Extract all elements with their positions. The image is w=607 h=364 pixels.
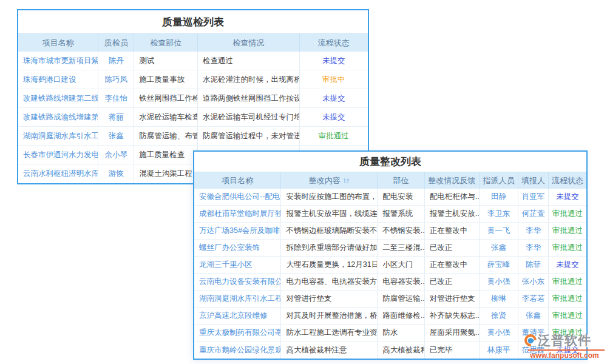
- table-row: 改建铁路线增建第二线...李佳怡铁丝网围挡工作检查道路两侧铁丝网围挡工作按设计.…: [18, 89, 368, 108]
- project-link[interactable]: 安徽合肥供电公司--配电设备...: [194, 189, 281, 205]
- project-link[interactable]: 螺丝厂办公室装饰: [194, 240, 281, 256]
- content-cell: 大理石质量更换，12月31日之...: [281, 257, 378, 273]
- part-cell: 小区大门: [378, 257, 425, 273]
- table-title: 质量巡检列表: [18, 10, 368, 33]
- inspector-link[interactable]: 余小琴: [98, 146, 134, 164]
- status-badge: 未提交: [300, 108, 368, 126]
- content-cell: 拆除到承重墙部分请做好加固...: [281, 240, 378, 256]
- part-cell: 电容器安装...: [378, 274, 425, 290]
- assignee-link[interactable]: 李卫东: [480, 206, 519, 222]
- reporter-link[interactable]: 何芷萱: [518, 206, 549, 222]
- inspector-link[interactable]: 游恢: [98, 164, 134, 183]
- table-row: 京沪高速北京段维修对其及时开展整治措施，桥头...路面维修检...补齐缺失标志.…: [194, 308, 586, 325]
- column-header-status: 流程状态: [549, 172, 586, 189]
- assignee-link[interactable]: 薛宝峰: [480, 257, 519, 273]
- inspector-link[interactable]: 蒋丽: [98, 108, 134, 126]
- part-cell: 防腐管运输...: [378, 291, 425, 307]
- table-row: 湖南洞庭湖水库引水工...张鑫防腐管运输、布管防腐管运输过程中，未对管进行...…: [18, 127, 368, 146]
- assignee-link[interactable]: 田静: [480, 189, 519, 205]
- column-header-status: 流程状态: [300, 34, 368, 52]
- feedback-cell: 已改正: [425, 274, 480, 290]
- project-link[interactable]: 改建铁路成渝线增建第...: [18, 108, 98, 126]
- table-title: 质量整改列表: [194, 152, 586, 172]
- project-link[interactable]: 重庆太极制药有限公司亳州中...: [194, 325, 281, 341]
- situation-cell: 防腐管运输过程中，未对管进行...: [198, 127, 300, 145]
- part-cell: 施工质量事故: [134, 70, 198, 89]
- column-header-content: 整改内容: [281, 172, 378, 189]
- part-cell: 铁丝网围挡工作检查: [134, 89, 198, 107]
- project-link[interactable]: 万达广场35#会所及咖啡厅空...: [194, 223, 281, 239]
- column-header-label: 质检员: [104, 38, 128, 49]
- project-link[interactable]: 珠海鹤港口建设: [18, 70, 98, 89]
- assignee-link[interactable]: 张鑫: [480, 240, 519, 256]
- status-badge: 审批通过: [549, 274, 586, 290]
- status-badge: 未提交: [300, 89, 368, 107]
- assignee-link[interactable]: 林康平: [480, 342, 519, 359]
- assignee-link[interactable]: 黄小强: [480, 274, 519, 290]
- inspector-link[interactable]: 陈丹: [98, 52, 134, 70]
- watermark-brand: 泛普软件: [538, 332, 591, 349]
- part-cell: 不锈钢安装...: [378, 223, 425, 239]
- sort-icon[interactable]: [343, 177, 350, 184]
- feedback-cell: 屋面采用聚氨...: [425, 325, 480, 341]
- assignee-link[interactable]: 柳琳: [480, 291, 519, 307]
- reporter-link[interactable]: 张鑫: [518, 308, 549, 324]
- status-badge: 审批通过: [549, 223, 586, 239]
- assignee-link[interactable]: 黄一飞: [480, 223, 519, 239]
- reporter-link[interactable]: 李若若: [518, 291, 549, 307]
- feedback-cell: 配电柜柜体与...: [425, 189, 480, 205]
- inspector-link[interactable]: 李佳怡: [98, 89, 134, 107]
- table-header-row: 项目名称整改内容部位整改情况反馈指派人员填报人流程状态: [194, 172, 586, 189]
- status-badge: 审批通过: [300, 127, 368, 145]
- reporter-link[interactable]: 张小东: [518, 274, 549, 290]
- column-header-label: 检查情况: [232, 38, 264, 49]
- content-cell: 高大植被栽种注意: [281, 342, 378, 359]
- column-header-inspector: 质检员: [98, 34, 134, 52]
- project-link[interactable]: 云南水利枢纽潜明水库...: [18, 164, 98, 183]
- reporter-link[interactable]: 陈菲: [518, 257, 549, 273]
- column-header-label: 整改情况反馈: [428, 175, 475, 186]
- table-row: 螺丝厂办公室装饰拆除到承重墙部分请做好加固...二至三楼混...已改正张鑫李华审…: [194, 240, 586, 257]
- assignee-link[interactable]: 黄小强: [480, 325, 519, 341]
- column-header-label: 项目名称: [42, 38, 74, 49]
- project-link[interactable]: 京沪高速北京段维修: [194, 308, 281, 324]
- project-link[interactable]: 珠海市城市更新项目紫...: [18, 52, 98, 70]
- status-badge: 审批通过: [549, 240, 586, 256]
- inspector-link[interactable]: 陈巧凤: [98, 70, 134, 89]
- content-cell: 不锈钢边框玻璃隔断安装不牢...: [281, 223, 378, 239]
- table-row: 万达广场35#会所及咖啡厅空...不锈钢边框玻璃隔断安装不牢...不锈钢安装..…: [194, 223, 586, 240]
- part-cell: 水泥砼运输车检查: [134, 108, 198, 126]
- project-link[interactable]: 云南电力设备安装有限公司20...: [194, 274, 281, 290]
- content-cell: 对管进行垫支: [281, 291, 378, 307]
- status-badge: 审批通过: [549, 206, 586, 222]
- project-link[interactable]: 长春市伊通河水力发电...: [18, 146, 98, 164]
- reporter-link[interactable]: 肖亚军: [518, 189, 549, 205]
- feedback-cell: 正在整改中: [425, 257, 480, 273]
- watermark: 泛普软件 www.fanpusoft.com: [524, 332, 605, 360]
- situation-cell: 水泥砼运输车司机经过专门培训...: [198, 108, 300, 126]
- project-link[interactable]: 湖南洞庭湖水库引水工...: [18, 127, 98, 145]
- column-header-label: 检查部位: [150, 38, 181, 49]
- column-header-part: 检查部位: [134, 34, 198, 52]
- project-link[interactable]: 龙湖三千里小区: [194, 257, 281, 273]
- feedback-cell: 正在整改中: [425, 223, 480, 239]
- content-cell: 防水工程施工选调有专业资质...: [281, 325, 378, 341]
- project-link[interactable]: 成都杜甫草堂临时展厅独立展...: [194, 206, 281, 222]
- reporter-link[interactable]: 李华: [518, 240, 549, 256]
- assignee-link[interactable]: 徐贤: [480, 308, 519, 324]
- project-link[interactable]: 重庆市鹅岭公园绿化景观提升...: [194, 342, 281, 359]
- status-badge: 未提交: [549, 257, 586, 273]
- status-badge: 未提交: [549, 189, 586, 205]
- reporter-link[interactable]: 李华: [518, 223, 549, 239]
- content-cell: 安装时应按施工图的布置，将...: [281, 189, 378, 205]
- fanpu-logo-icon: [522, 332, 539, 349]
- content-cell: 电力电容器、电抗器安装方案,...: [281, 274, 378, 290]
- part-cell: 混凝土沟渠工程: [134, 164, 198, 183]
- project-link[interactable]: 湖南洞庭湖水库引水工程施工I标: [194, 291, 281, 307]
- part-cell: 防腐管运输、布管: [134, 127, 198, 145]
- inspector-link[interactable]: 张鑫: [98, 127, 134, 145]
- part-cell: 高大植被栽种: [378, 342, 425, 359]
- project-link[interactable]: 改建铁路线增建第二线...: [18, 89, 98, 107]
- column-header-part: 部位: [378, 172, 425, 189]
- quality-rectification-table: 质量整改列表 项目名称整改内容部位整改情况反馈指派人员填报人流程状态 安徽合肥供…: [193, 150, 588, 360]
